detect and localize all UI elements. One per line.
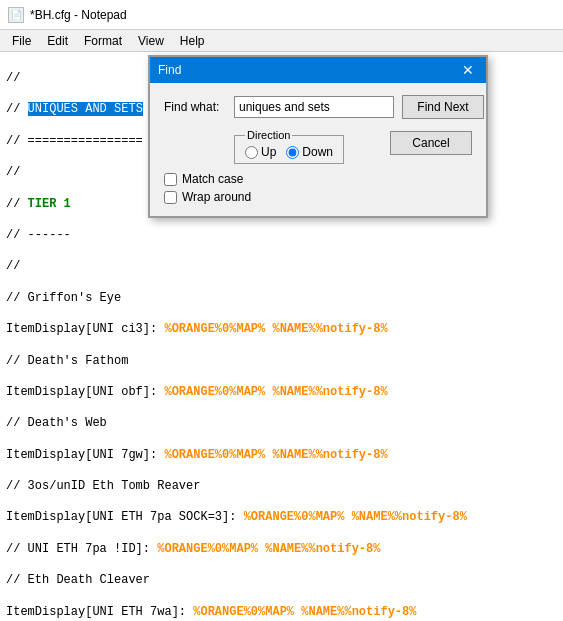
direction-down-radio[interactable] [286,146,299,159]
match-case-label[interactable]: Match case [164,172,472,186]
dialog-close-button[interactable]: ✕ [458,63,478,77]
cancel-button[interactable]: Cancel [390,131,472,155]
dialog-title: Find [158,63,181,77]
dialog-title-bar: Find ✕ [150,57,486,83]
wrap-around-text: Wrap around [182,190,251,204]
direction-down-label[interactable]: Down [286,145,333,159]
wrap-around-label[interactable]: Wrap around [164,190,472,204]
find-next-button[interactable]: Find Next [402,95,484,119]
direction-group-wrapper: Direction Up Down [234,129,344,164]
find-dialog: Find ✕ Find what: Find Next Direction [148,55,488,218]
match-case-checkbox[interactable] [164,173,177,186]
options-row: Match case Wrap around [164,172,472,204]
direction-legend: Direction [245,129,292,141]
dialog-overlay: Find ✕ Find what: Find Next Direction [0,0,563,621]
find-what-row: Find what: Find Next [164,95,472,119]
find-what-input[interactable] [234,96,394,118]
wrap-around-checkbox[interactable] [164,191,177,204]
direction-up-radio[interactable] [245,146,258,159]
match-case-text: Match case [182,172,243,186]
direction-up-label[interactable]: Up [245,145,276,159]
find-what-label: Find what: [164,100,234,114]
dialog-body: Find what: Find Next Direction Up [150,83,486,216]
